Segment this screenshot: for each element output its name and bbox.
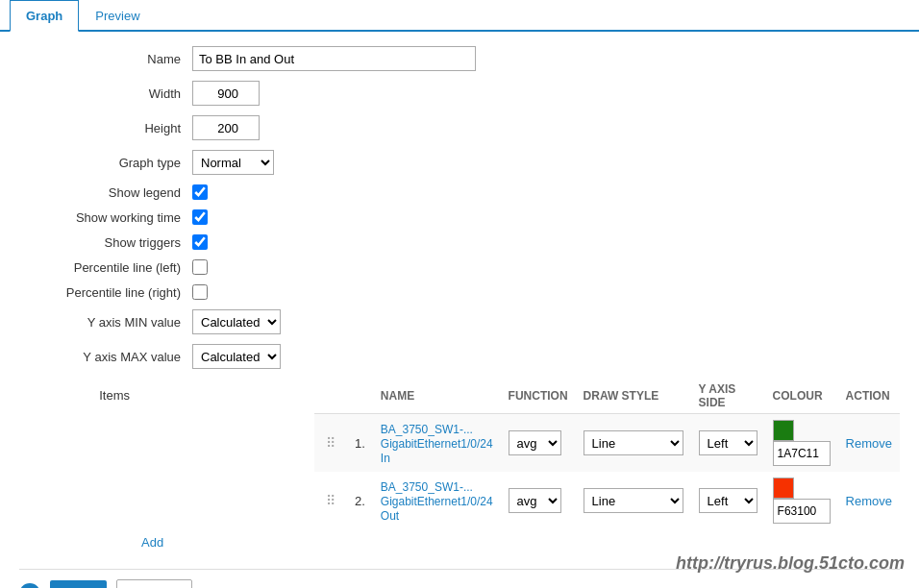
col-index: [347, 379, 373, 414]
row-colour: [765, 414, 838, 473]
item-name-link[interactable]: BA_3750_SW1-...: [381, 480, 473, 494]
row-draw-style: Line Filled region Bold line Dot Dashed …: [576, 472, 691, 529]
col-colour-header: COLOUR: [765, 379, 838, 414]
items-table-container: NAME FUNCTION DRAW STYLE Y AXIS SIDE COL…: [141, 379, 900, 550]
row-y-axis-side: Left Right: [691, 414, 765, 473]
y-axis-min-row: Y axis MIN value Calculated Fixed: [19, 309, 900, 334]
add-button[interactable]: Add: [50, 580, 107, 588]
table-row: ⠿ 1. BA_3750_SW1-... GigabitEthernet1/0/…: [314, 414, 900, 473]
col-function-header: FUNCTION: [501, 379, 576, 414]
show-legend-checkbox[interactable]: [192, 184, 208, 200]
row-action: Remove: [838, 414, 900, 473]
show-triggers-checkbox[interactable]: [192, 234, 208, 250]
row-name: BA_3750_SW1-... GigabitEthernet1/0/24 Ou…: [373, 472, 501, 529]
item-name-link[interactable]: BA_3750_SW1-...: [381, 423, 473, 436]
col-draw-style-header: DRAW STYLE: [576, 379, 691, 414]
color-input[interactable]: [773, 499, 831, 524]
percentile-right-checkbox[interactable]: [192, 284, 208, 300]
row-y-axis-side: Left Right: [691, 472, 765, 529]
tab-bar: Graph Preview: [0, 0, 919, 32]
show-legend-label: Show legend: [19, 185, 192, 200]
percentile-left-row: Percentile line (left): [19, 259, 900, 275]
name-row: Name: [19, 46, 900, 71]
form-content: Name Width Height Graph type Normal Stac…: [0, 32, 919, 588]
row-name: BA_3750_SW1-... GigabitEthernet1/0/24 In: [373, 414, 501, 473]
remove-link[interactable]: Remove: [846, 436, 892, 451]
show-working-time-checkbox[interactable]: [192, 209, 208, 225]
col-y-axis-side-header: Y AXIS SIDE: [691, 379, 765, 414]
width-row: Width: [19, 81, 900, 106]
y-axis-side-select[interactable]: Left Right: [699, 430, 758, 455]
tab-graph[interactable]: Graph: [10, 0, 79, 32]
name-label: Name: [19, 52, 192, 66]
item-host-link[interactable]: GigabitEthernet1/0/24 Out: [381, 495, 493, 523]
function-select[interactable]: avg min max: [509, 488, 561, 513]
show-triggers-label: Show triggers: [19, 235, 192, 250]
cancel-button[interactable]: Cancel: [116, 579, 191, 588]
item-host-link[interactable]: GigabitEthernet1/0/24 In: [381, 437, 493, 465]
row-draw-style: Line Filled region Bold line Dot Dashed …: [576, 414, 691, 473]
row-action: Remove: [838, 472, 900, 529]
percentile-right-row: Percentile line (right): [19, 284, 900, 300]
tab-preview[interactable]: Preview: [79, 0, 156, 32]
col-drag: [314, 379, 347, 414]
drag-handle[interactable]: ⠿: [314, 472, 347, 529]
graph-type-row: Graph type Normal Stacked Pie Exploded: [19, 150, 900, 175]
draw-style-select[interactable]: Line Filled region Bold line Dot Dashed …: [584, 488, 683, 513]
y-axis-max-row: Y axis MAX value Calculated Fixed: [19, 344, 900, 369]
remove-link[interactable]: Remove: [846, 494, 892, 508]
col-action-header: ACTION: [838, 379, 900, 414]
show-triggers-row: Show triggers: [19, 234, 900, 250]
row-index: 1.: [347, 414, 373, 473]
name-input[interactable]: [192, 46, 476, 71]
percentile-right-label: Percentile line (right): [19, 285, 192, 300]
row-colour: [765, 472, 838, 529]
table-row: ⠿ 2. BA_3750_SW1-... GigabitEthernet1/0/…: [314, 472, 900, 529]
percentile-left-label: Percentile line (left): [19, 260, 192, 275]
graph-type-select[interactable]: Normal Stacked Pie Exploded: [192, 150, 274, 175]
row-function: avg min max: [501, 414, 576, 473]
width-label: Width: [19, 86, 192, 101]
height-row: Height: [19, 115, 900, 140]
items-section: Items NAME FUNCTION DRAW STYLE Y AXIS SI…: [19, 379, 900, 550]
row-function: avg min max: [501, 472, 576, 529]
row-index: 2.: [347, 472, 373, 529]
footer-icon: 3: [19, 583, 40, 589]
show-working-time-row: Show working time: [19, 209, 900, 225]
width-input[interactable]: [192, 81, 260, 106]
y-axis-max-select[interactable]: Calculated Fixed: [192, 344, 281, 369]
color-swatch[interactable]: [773, 420, 794, 441]
y-axis-max-label: Y axis MAX value: [19, 350, 192, 364]
color-swatch[interactable]: [773, 478, 794, 499]
graph-type-label: Graph type: [19, 156, 192, 170]
y-axis-side-select[interactable]: Left Right: [699, 488, 758, 513]
show-legend-row: Show legend: [19, 184, 900, 200]
percentile-left-checkbox[interactable]: [192, 259, 208, 275]
color-input[interactable]: [773, 441, 831, 466]
add-item-link[interactable]: Add: [141, 535, 163, 550]
height-input[interactable]: [192, 115, 260, 140]
function-select[interactable]: avg min max: [509, 430, 561, 455]
show-working-time-label: Show working time: [19, 210, 192, 225]
watermark: http://tryrus.blog.51cto.com: [676, 553, 905, 574]
items-label: Items: [19, 379, 141, 550]
col-name-header: NAME: [373, 379, 501, 414]
y-axis-min-label: Y axis MIN value: [19, 315, 192, 330]
draw-style-select[interactable]: Line Filled region Bold line Dot Dashed …: [584, 430, 683, 455]
height-label: Height: [19, 121, 192, 135]
y-axis-min-select[interactable]: Calculated Fixed: [192, 309, 281, 334]
items-table: NAME FUNCTION DRAW STYLE Y AXIS SIDE COL…: [314, 379, 900, 529]
drag-handle[interactable]: ⠿: [314, 414, 347, 473]
